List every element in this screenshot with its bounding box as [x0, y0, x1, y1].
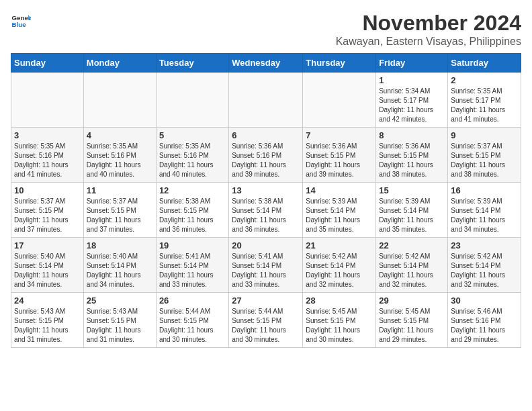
calendar-week-row: 3Sunrise: 5:35 AM Sunset: 5:16 PM Daylig… [11, 128, 521, 183]
day-number: 17 [14, 240, 81, 250]
day-cell: 19Sunrise: 5:41 AM Sunset: 5:14 PM Dayli… [156, 238, 228, 293]
day-cell: 25Sunrise: 5:43 AM Sunset: 5:15 PM Dayli… [83, 293, 156, 348]
day-number: 11 [87, 185, 153, 195]
day-cell: 16Sunrise: 5:39 AM Sunset: 5:14 PM Dayli… [448, 183, 521, 238]
day-number: 21 [306, 240, 373, 250]
day-number: 15 [379, 185, 445, 195]
day-number: 6 [232, 130, 300, 140]
day-info: Sunrise: 5:34 AM Sunset: 5:17 PM Dayligh… [379, 87, 445, 124]
day-number: 20 [232, 240, 300, 250]
day-number: 10 [14, 185, 81, 195]
day-info: Sunrise: 5:41 AM Sunset: 5:14 PM Dayligh… [159, 252, 226, 289]
day-info: Sunrise: 5:39 AM Sunset: 5:14 PM Dayligh… [451, 197, 518, 234]
day-number: 19 [159, 240, 226, 250]
calendar-header-row: SundayMondayTuesdayWednesdayThursdayFrid… [11, 54, 521, 73]
column-header-friday: Friday [376, 54, 448, 73]
column-header-sunday: Sunday [11, 54, 84, 73]
day-number: 9 [451, 130, 518, 140]
day-info: Sunrise: 5:43 AM Sunset: 5:15 PM Dayligh… [87, 307, 153, 345]
calendar-week-row: 1Sunrise: 5:34 AM Sunset: 5:17 PM Daylig… [11, 73, 521, 128]
day-info: Sunrise: 5:35 AM Sunset: 5:16 PM Dayligh… [14, 142, 81, 179]
day-info: Sunrise: 5:46 AM Sunset: 5:16 PM Dayligh… [451, 307, 518, 345]
day-cell: 4Sunrise: 5:35 AM Sunset: 5:16 PM Daylig… [83, 128, 156, 183]
page-header: General Blue November 2024 Kawayan, East… [11, 11, 521, 48]
month-title: November 2024 [336, 11, 521, 36]
day-cell: 12Sunrise: 5:38 AM Sunset: 5:15 PM Dayli… [156, 183, 228, 238]
day-number: 14 [306, 185, 373, 195]
day-number: 4 [87, 130, 153, 140]
day-info: Sunrise: 5:37 AM Sunset: 5:15 PM Dayligh… [451, 142, 518, 179]
day-cell: 22Sunrise: 5:42 AM Sunset: 5:14 PM Dayli… [376, 238, 448, 293]
day-cell: 8Sunrise: 5:36 AM Sunset: 5:15 PM Daylig… [376, 128, 448, 183]
calendar-table: SundayMondayTuesdayWednesdayThursdayFrid… [11, 53, 521, 348]
svg-text:Blue: Blue [12, 21, 27, 28]
day-cell: 28Sunrise: 5:45 AM Sunset: 5:15 PM Dayli… [303, 293, 376, 348]
day-info: Sunrise: 5:36 AM Sunset: 5:15 PM Dayligh… [306, 142, 373, 179]
day-info: Sunrise: 5:42 AM Sunset: 5:14 PM Dayligh… [306, 252, 373, 289]
day-info: Sunrise: 5:36 AM Sunset: 5:15 PM Dayligh… [379, 142, 445, 179]
day-cell: 10Sunrise: 5:37 AM Sunset: 5:15 PM Dayli… [11, 183, 84, 238]
calendar-week-row: 10Sunrise: 5:37 AM Sunset: 5:15 PM Dayli… [11, 183, 521, 238]
day-number: 18 [87, 240, 153, 250]
day-cell: 5Sunrise: 5:35 AM Sunset: 5:16 PM Daylig… [156, 128, 228, 183]
day-info: Sunrise: 5:37 AM Sunset: 5:15 PM Dayligh… [14, 197, 81, 234]
day-info: Sunrise: 5:45 AM Sunset: 5:15 PM Dayligh… [306, 307, 373, 345]
day-cell: 13Sunrise: 5:38 AM Sunset: 5:14 PM Dayli… [229, 183, 303, 238]
day-info: Sunrise: 5:38 AM Sunset: 5:15 PM Dayligh… [159, 197, 226, 234]
day-cell: 15Sunrise: 5:39 AM Sunset: 5:14 PM Dayli… [376, 183, 448, 238]
calendar-week-row: 17Sunrise: 5:40 AM Sunset: 5:14 PM Dayli… [11, 238, 521, 293]
day-number: 28 [306, 295, 373, 306]
day-number: 12 [159, 185, 226, 195]
day-number: 5 [159, 130, 226, 140]
day-info: Sunrise: 5:36 AM Sunset: 5:16 PM Dayligh… [232, 142, 300, 179]
column-header-wednesday: Wednesday [229, 54, 303, 73]
day-number: 26 [159, 295, 226, 306]
column-header-tuesday: Tuesday [156, 54, 228, 73]
title-section: November 2024 Kawayan, Eastern Visayas, … [336, 11, 521, 48]
day-info: Sunrise: 5:40 AM Sunset: 5:14 PM Dayligh… [14, 252, 81, 289]
day-cell: 11Sunrise: 5:37 AM Sunset: 5:15 PM Dayli… [83, 183, 156, 238]
day-cell: 3Sunrise: 5:35 AM Sunset: 5:16 PM Daylig… [11, 128, 84, 183]
day-cell: 17Sunrise: 5:40 AM Sunset: 5:14 PM Dayli… [11, 238, 84, 293]
svg-text:General: General [12, 14, 32, 21]
day-cell: 1Sunrise: 5:34 AM Sunset: 5:17 PM Daylig… [376, 73, 448, 128]
day-cell: 23Sunrise: 5:42 AM Sunset: 5:14 PM Dayli… [448, 238, 521, 293]
day-cell: 20Sunrise: 5:41 AM Sunset: 5:14 PM Dayli… [229, 238, 303, 293]
day-cell: 27Sunrise: 5:44 AM Sunset: 5:15 PM Dayli… [229, 293, 303, 348]
day-cell: 6Sunrise: 5:36 AM Sunset: 5:16 PM Daylig… [229, 128, 303, 183]
day-number: 30 [451, 295, 518, 306]
day-info: Sunrise: 5:44 AM Sunset: 5:15 PM Dayligh… [232, 307, 300, 345]
day-info: Sunrise: 5:40 AM Sunset: 5:14 PM Dayligh… [87, 252, 153, 289]
day-cell: 14Sunrise: 5:39 AM Sunset: 5:14 PM Dayli… [303, 183, 376, 238]
day-info: Sunrise: 5:41 AM Sunset: 5:14 PM Dayligh… [232, 252, 300, 289]
empty-cell [83, 73, 156, 128]
day-number: 8 [379, 130, 445, 140]
day-info: Sunrise: 5:43 AM Sunset: 5:15 PM Dayligh… [14, 307, 81, 345]
day-info: Sunrise: 5:37 AM Sunset: 5:15 PM Dayligh… [87, 197, 153, 234]
column-header-thursday: Thursday [303, 54, 376, 73]
day-cell: 29Sunrise: 5:45 AM Sunset: 5:15 PM Dayli… [376, 293, 448, 348]
day-cell: 18Sunrise: 5:40 AM Sunset: 5:14 PM Dayli… [83, 238, 156, 293]
day-cell: 2Sunrise: 5:35 AM Sunset: 5:17 PM Daylig… [448, 73, 521, 128]
empty-cell [11, 73, 84, 128]
day-number: 16 [451, 185, 518, 195]
column-header-monday: Monday [83, 54, 156, 73]
day-number: 29 [379, 295, 445, 306]
day-info: Sunrise: 5:42 AM Sunset: 5:14 PM Dayligh… [451, 252, 518, 289]
day-info: Sunrise: 5:35 AM Sunset: 5:16 PM Dayligh… [87, 142, 153, 179]
day-number: 1 [379, 75, 445, 85]
logo: General Blue [11, 11, 31, 31]
day-info: Sunrise: 5:35 AM Sunset: 5:17 PM Dayligh… [451, 87, 518, 124]
empty-cell [156, 73, 228, 128]
day-number: 13 [232, 185, 300, 195]
day-info: Sunrise: 5:38 AM Sunset: 5:14 PM Dayligh… [232, 197, 300, 234]
day-cell: 30Sunrise: 5:46 AM Sunset: 5:16 PM Dayli… [448, 293, 521, 348]
day-cell: 21Sunrise: 5:42 AM Sunset: 5:14 PM Dayli… [303, 238, 376, 293]
day-info: Sunrise: 5:39 AM Sunset: 5:14 PM Dayligh… [379, 197, 445, 234]
day-number: 24 [14, 295, 81, 306]
calendar-week-row: 24Sunrise: 5:43 AM Sunset: 5:15 PM Dayli… [11, 293, 521, 348]
day-cell: 7Sunrise: 5:36 AM Sunset: 5:15 PM Daylig… [303, 128, 376, 183]
day-info: Sunrise: 5:35 AM Sunset: 5:16 PM Dayligh… [159, 142, 226, 179]
day-info: Sunrise: 5:39 AM Sunset: 5:14 PM Dayligh… [306, 197, 373, 234]
day-number: 3 [14, 130, 81, 140]
